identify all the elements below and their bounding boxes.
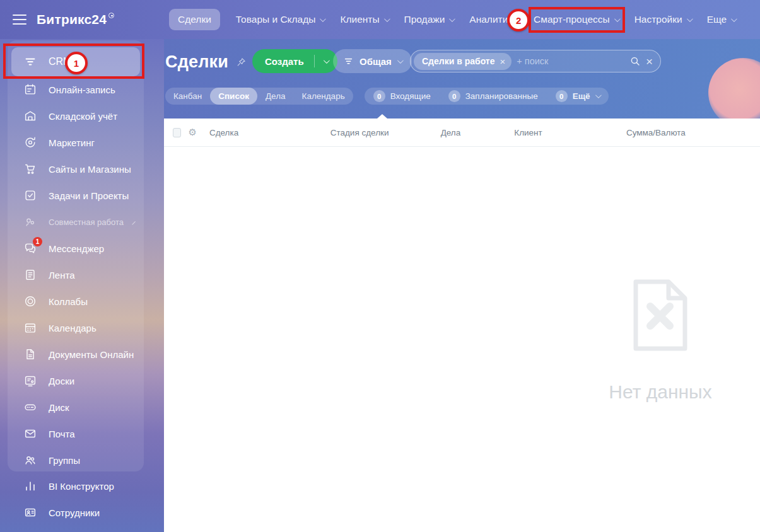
column-header-stage[interactable]: Стадия сделки	[330, 128, 441, 137]
deals-list-panel: ⚙ Сделка Стадия сделки Дела Клиент Сумма…	[164, 119, 760, 532]
employees-icon	[23, 505, 38, 520]
messenger-unread-badge: 1	[33, 237, 42, 246]
sidebar-item-messenger[interactable]: 1 Мессенджер	[8, 235, 144, 262]
app-logo[interactable]: Битрикс24	[37, 12, 114, 27]
messenger-icon: 1	[23, 241, 38, 256]
tab-more[interactable]: Еще	[707, 14, 736, 25]
chevron-down-icon	[397, 57, 404, 64]
sidebar-group-panel: CRM Онлайн-запись Складской учёт Маркети…	[8, 40, 144, 471]
chevron-down-icon	[384, 16, 390, 22]
sidebar-item-mail[interactable]: Почта	[8, 420, 144, 447]
tab-smart-processes[interactable]: Смарт-процессы 2	[534, 14, 619, 25]
background-blob	[708, 58, 760, 127]
crm-funnel-icon	[23, 54, 38, 69]
tab-settings[interactable]: Настройки	[634, 14, 691, 25]
view-tab-activities[interactable]: Дела	[257, 88, 294, 105]
sidebar-item-calendar[interactable]: Календарь	[8, 315, 144, 341]
sidebar: CRM Онлайн-запись Складской учёт Маркети…	[0, 39, 164, 532]
chevron-down-icon	[614, 16, 621, 22]
counters-panel: 0 Входящие 0 Запланированные 0 Ещё	[365, 88, 609, 105]
counter-more[interactable]: 0 Ещё	[547, 90, 609, 102]
sidebar-item-disk[interactable]: Диск	[8, 394, 144, 420]
page-title: Сделки	[165, 52, 228, 72]
view-tab-kanban[interactable]: Канбан	[165, 88, 210, 105]
create-button[interactable]: Создать	[252, 49, 337, 73]
search-filter-chip[interactable]: Сделки в работе ×	[414, 53, 512, 70]
tasks-projects-icon	[23, 188, 38, 203]
docs-online-icon	[23, 347, 38, 362]
panel-notch	[377, 114, 387, 119]
warehouse-icon	[23, 108, 38, 124]
funnel-filter-button[interactable]: Общая	[333, 49, 412, 73]
disk-icon	[23, 400, 38, 415]
no-data-document-icon	[631, 279, 689, 351]
menu-hamburger-icon[interactable]	[13, 14, 26, 25]
search-placeholder: + поиск	[517, 56, 624, 66]
chevron-down-icon	[320, 16, 326, 22]
tab-deals[interactable]: Сделки	[169, 9, 220, 30]
sidebar-item-sites-stores[interactable]: Сайты и Магазины	[8, 156, 144, 182]
sidebar-item-feed[interactable]: Лента	[8, 262, 144, 288]
chevron-down-icon	[687, 16, 693, 22]
boards-icon	[23, 373, 38, 388]
sidebar-item-employees[interactable]: Сотрудники	[8, 499, 144, 526]
chevron-down-icon	[324, 57, 330, 64]
annotation-step2-badge: 2	[507, 9, 530, 32]
sidebar-item-groups[interactable]: Группы	[8, 447, 144, 473]
marketing-icon	[23, 135, 38, 150]
empty-state-text: Нет данных	[585, 381, 736, 403]
chevron-down-icon	[449, 16, 455, 22]
tab-sales[interactable]: Продажи	[404, 14, 454, 25]
online-booking-icon	[23, 82, 38, 97]
sidebar-item-online-booking[interactable]: Онлайн-запись	[8, 76, 144, 103]
column-header-activities[interactable]: Дела	[441, 128, 515, 137]
bi-builder-icon	[23, 478, 38, 494]
sidebar-item-bi-builder[interactable]: BI Конструктор	[8, 473, 144, 499]
sidebar-item-warehouse[interactable]: Складской учёт	[8, 103, 144, 129]
collaboration-icon	[23, 214, 38, 229]
top-navigation: Сделки Товары и Склады Клиенты Продажи А…	[169, 0, 735, 39]
view-switcher: Канбан Список Дела Календарь	[165, 88, 353, 105]
sidebar-item-marketing[interactable]: Маркетинг	[8, 129, 144, 156]
chevron-up-icon[interactable]	[132, 221, 136, 225]
groups-icon	[23, 453, 38, 468]
tab-clients[interactable]: Клиенты	[340, 14, 388, 25]
mail-icon	[23, 426, 38, 441]
view-tab-list[interactable]: Список	[210, 88, 257, 105]
collabs-icon	[23, 294, 38, 309]
chevron-down-icon	[595, 92, 602, 98]
chevron-down-icon	[731, 16, 737, 22]
topbar: Битрикс24 Сделки Товары и Склады Клиенты…	[0, 0, 760, 39]
sidebar-item-boards[interactable]: Доски	[8, 367, 144, 394]
sites-stores-icon	[23, 161, 38, 176]
view-tab-calendar[interactable]: Календарь	[294, 88, 353, 105]
counter-incoming[interactable]: 0 Входящие	[365, 90, 440, 102]
empty-state: Нет данных	[585, 279, 736, 403]
column-header-deal[interactable]: Сделка	[209, 128, 330, 137]
logo-mark-icon	[108, 13, 114, 18]
feed-icon	[23, 267, 38, 282]
sidebar-item-collabs[interactable]: Коллабы	[8, 288, 144, 315]
sidebar-item-tasks-projects[interactable]: Задачи и Проекты	[8, 182, 144, 209]
select-all-checkbox[interactable]	[173, 128, 181, 137]
main-content: Сделки Создать Общая Сделки в работе × +…	[164, 39, 760, 532]
bitrix24-app: Битрикс24 Сделки Товары и Склады Клиенты…	[0, 0, 760, 532]
pin-icon[interactable]	[236, 57, 247, 67]
tab-products-warehouses[interactable]: Товары и Склады	[236, 14, 325, 25]
column-header-client[interactable]: Клиент	[514, 128, 626, 137]
funnel-icon	[343, 56, 354, 67]
calendar-icon	[23, 320, 38, 335]
sidebar-item-docs-online[interactable]: Документы Онлайн	[8, 341, 144, 367]
counter-planned[interactable]: 0 Запланированные	[440, 90, 547, 102]
chip-remove-icon[interactable]: ×	[500, 56, 506, 67]
search-icon[interactable]	[629, 55, 641, 67]
gear-icon[interactable]: ⚙	[188, 127, 196, 138]
search-clear-icon[interactable]: ×	[646, 55, 653, 67]
column-header-amount[interactable]: Сумма/Валюта	[626, 128, 760, 137]
sidebar-section-collaboration[interactable]: Совместная работа	[8, 209, 144, 235]
table-header: ⚙ Сделка Стадия сделки Дела Клиент Сумма…	[164, 119, 760, 147]
search-input[interactable]: Сделки в работе × + поиск ×	[410, 50, 661, 72]
annotation-step1-badge: 1	[65, 52, 88, 74]
